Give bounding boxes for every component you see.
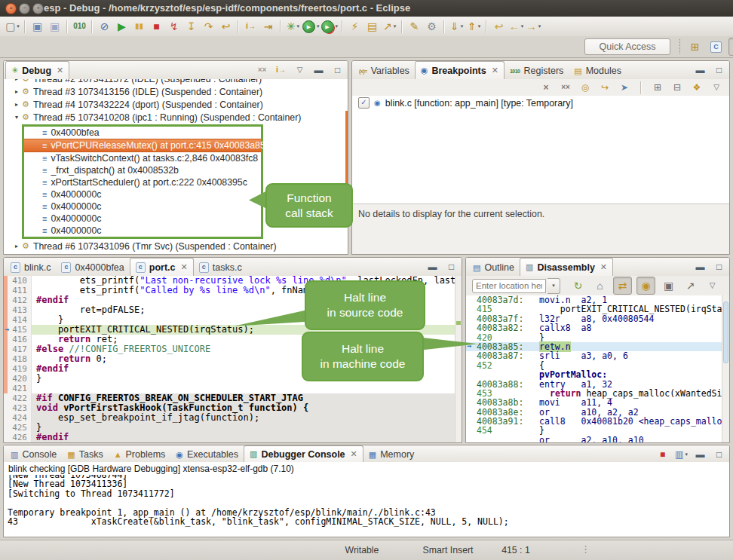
tab-debug[interactable]: ✳Debug✕ — [5, 61, 69, 79]
chevron-right-icon[interactable]: ▸ — [13, 79, 20, 82]
chevron-right-icon[interactable]: ▸ — [13, 243, 20, 249]
maximize-icon[interactable]: □ — [444, 260, 459, 274]
line-number[interactable]: 412 — [4, 295, 32, 305]
chevron-down-icon[interactable]: ▾ — [13, 114, 20, 121]
stack-frame-row[interactable]: ≡0x4000000c — [24, 188, 261, 200]
thread-row[interactable]: ▾⚙Thread #5 1073410208 (ipc1 : Running) … — [4, 111, 348, 124]
track-expression-icon[interactable]: ◉ — [636, 277, 655, 295]
home-icon[interactable]: ⌂ — [591, 277, 609, 294]
location-dropdown-icon[interactable]: ▾ — [547, 278, 560, 294]
tab-outline[interactable]: ▤Outline — [468, 259, 520, 276]
sync-stepping-icon[interactable]: ⇄ — [613, 277, 632, 295]
minimize-icon[interactable]: ▬ — [693, 448, 707, 462]
remove-all-terminated-icon[interactable]: ×× — [255, 63, 269, 78]
refresh-icon[interactable]: ↻ — [569, 277, 587, 294]
save-all-icon[interactable]: ▣ — [46, 18, 63, 35]
line-number[interactable]: 418 — [4, 354, 32, 364]
select-pointer-icon[interactable]: ➤ — [618, 81, 631, 94]
group-breakpoints-icon[interactable]: ❖ — [690, 81, 704, 94]
thread-row[interactable]: ▸⚙Thread #6 1073431096 (Tmr Svc) (Suspen… — [4, 240, 348, 252]
tab-console[interactable]: ▥Console — [5, 447, 62, 462]
close-icon[interactable]: ✕ — [181, 262, 188, 272]
stack-frame-row[interactable]: ≡0x4000000c — [24, 200, 261, 213]
expand-all-icon[interactable]: ⊞ — [651, 81, 664, 94]
remove-all-breakpoints-icon[interactable]: ×× — [559, 81, 572, 94]
new-view-icon[interactable]: ▣ — [660, 277, 677, 294]
instruction-stepping-icon[interactable]: i→ — [274, 63, 288, 78]
forward-icon[interactable]: →▾ — [525, 18, 542, 35]
gears-icon[interactable]: ⚙ — [423, 18, 440, 35]
stack-frame-row[interactable]: ≡0x4000000c — [24, 225, 261, 237]
binary-view-icon[interactable]: 010 — [71, 18, 88, 35]
debug-icon[interactable]: ✳▾ — [284, 18, 302, 35]
edit-icon[interactable]: ✎ — [406, 18, 423, 35]
tab-breakpoints[interactable]: ◉Breakpoints✕ — [415, 61, 505, 79]
overview-ruler[interactable] — [455, 276, 462, 442]
new-wizard-icon[interactable]: ▢▾ — [4, 18, 21, 35]
stack-frame-row-selected[interactable]: ≡vPortCPUReleaseMutex() at port.c:415 0x… — [24, 139, 261, 152]
collapse-all-icon[interactable]: ⊟ — [670, 81, 684, 94]
thread-row[interactable]: ▸⚙Thread #2 1073411572 (IDLE) (Suspended… — [4, 79, 348, 85]
stack-frame-row[interactable]: ≡vTaskSwitchContext() at tasks.c:2,846 0… — [24, 152, 261, 164]
line-number[interactable]: 413 — [4, 305, 32, 315]
step-into-icon[interactable]: ↧ — [182, 18, 200, 35]
stack-frame-row[interactable]: ≡xPortStartScheduler() at port.c:222 0x4… — [24, 176, 261, 188]
close-icon[interactable]: ✕ — [492, 66, 498, 75]
line-number[interactable]: 416 — [4, 335, 32, 344]
minimize-icon[interactable]: ▬ — [425, 260, 440, 274]
pin-icon[interactable]: ↗ — [682, 277, 699, 294]
display-console-icon[interactable]: ▥▾ — [674, 448, 689, 462]
view-menu-icon[interactable]: ▽ — [704, 277, 721, 294]
code-line-425[interactable]: 425} — [4, 423, 462, 433]
step-over-icon[interactable]: ↷ — [200, 18, 217, 35]
resume-icon[interactable]: ▶ — [113, 18, 130, 35]
minimize-icon[interactable]: ▬ — [693, 260, 707, 274]
skip-all-breakpoints-icon[interactable]: ⊘ — [96, 18, 113, 35]
tab-problems[interactable]: ▲Problems — [109, 447, 171, 462]
debug-perspective-icon[interactable]: ✳ — [728, 38, 733, 56]
stack-frame-row[interactable]: ≡_frxt_dispatch() at 0x4008532b — [24, 164, 261, 176]
line-number[interactable]: 426 — [4, 433, 32, 442]
disassembly-scrollbar[interactable] — [722, 295, 729, 442]
line-number[interactable]: 411 — [4, 286, 32, 295]
close-icon[interactable]: ✕ — [57, 66, 63, 75]
tab-registers[interactable]: 1010Registers — [505, 63, 569, 79]
remove-breakpoint-icon[interactable]: × — [539, 81, 553, 94]
thread-row[interactable]: ▸⚙Thread #3 1073413156 (IDLE) (Suspended… — [4, 85, 348, 98]
maximize-icon[interactable]: □ — [712, 63, 726, 78]
minimize-icon[interactable]: ▬ — [311, 63, 326, 78]
close-window-icon[interactable]: × — [5, 3, 17, 14]
line-number[interactable]: 424 — [4, 413, 32, 423]
tab-executables[interactable]: ◉Executables — [170, 447, 244, 462]
chevron-right-icon[interactable]: ▸ — [13, 88, 20, 95]
tab-port-c[interactable]: cport.c✕ — [130, 258, 194, 276]
console-output[interactable]: [New Thread 1073468744] [New Thread 1073… — [4, 475, 729, 537]
line-number[interactable]: 417 — [4, 344, 32, 354]
line-number[interactable]: 423 — [4, 403, 32, 413]
stack-frame-row[interactable]: ≡0x4000000c — [24, 213, 261, 225]
breakpoint-row[interactable]: ✓ ◉ blink.c [function: app_main] [type: … — [352, 96, 729, 110]
tab-blink-c[interactable]: cblink.c — [5, 259, 56, 276]
line-number[interactable]: 410 — [4, 276, 32, 286]
minimize-window-icon[interactable]: − — [19, 3, 30, 14]
tab-debugger-console[interactable]: ▥Debugger Console✕ — [244, 445, 363, 462]
tab-tasks-c[interactable]: ctasks.c — [194, 259, 247, 276]
minimize-icon[interactable]: ▬ — [693, 63, 707, 78]
open-perspective-icon[interactable]: ⊞ — [686, 38, 704, 55]
quick-access-button[interactable]: Quick Access — [584, 38, 670, 55]
maximize-icon[interactable]: □ — [330, 63, 345, 78]
previous-annotation-icon[interactable]: ⇑▾ — [465, 18, 483, 35]
back-icon[interactable]: ←▾ — [508, 18, 525, 35]
view-menu-icon[interactable]: ▽ — [293, 63, 307, 78]
suspend-icon[interactable]: ▮▮ — [130, 18, 148, 35]
tab-variables[interactable]: (x)=Variables — [354, 63, 415, 79]
disconnect-icon[interactable]: ↯ — [165, 18, 182, 35]
line-number[interactable]: 422 — [4, 393, 32, 403]
tab-0x4000bfea[interactable]: c0x4000bfea — [56, 259, 129, 276]
breakpoint-checkbox[interactable]: ✓ — [358, 97, 370, 109]
maximize-window-icon[interactable]: + — [32, 3, 44, 14]
instruction-stepping-icon[interactable]: i→ — [242, 18, 259, 35]
stack-frame-row[interactable]: ≡0x4000bfea — [24, 127, 261, 139]
maximize-icon[interactable]: □ — [712, 448, 726, 462]
show-supported-breakpoints-icon[interactable]: ◎ — [578, 81, 592, 94]
